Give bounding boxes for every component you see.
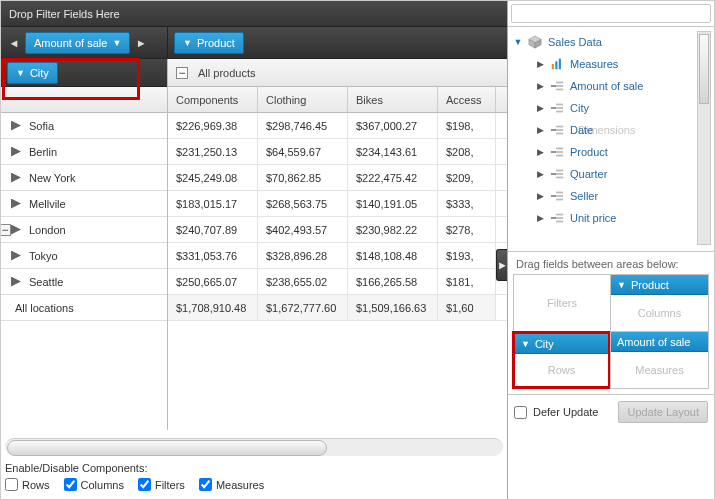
tree-item[interactable]: ▶City	[510, 97, 698, 119]
measures-area[interactable]: Amount of sale Measures	[610, 331, 709, 389]
chevron-down-icon: ▼	[617, 280, 626, 290]
table-cell: $208,	[438, 139, 496, 164]
defer-update-checkbox[interactable]	[514, 406, 527, 419]
row-axis-slot: ▼ City	[1, 59, 167, 87]
tree-item[interactable]: ▶Amount of sale	[510, 75, 698, 97]
product-chip[interactable]: ▼ Product	[174, 32, 244, 54]
column-header[interactable]: Bikes	[348, 87, 438, 112]
column-header[interactable]: Access	[438, 87, 496, 112]
column-header[interactable]: Clothing	[258, 87, 348, 112]
pivot-grid: ▼ City SofiaBerlinNew YorkMellvile−Londo…	[1, 59, 507, 430]
collapse-icon[interactable]: −	[176, 67, 188, 79]
filter-drop-hint[interactable]: Drop Filter Fields Here	[1, 1, 507, 27]
vertical-scrollbar[interactable]	[697, 31, 711, 245]
table-row: $1,708,910.48$1,672,777.60$1,509,166.63$…	[168, 295, 507, 321]
table-cell: $298,746.45	[258, 113, 348, 138]
dimension-icon	[550, 167, 564, 181]
columns-caption: Columns	[611, 295, 708, 331]
row-label[interactable]: Sofia	[1, 113, 167, 139]
all-products-header[interactable]: − All products	[168, 59, 507, 87]
scrollbar-thumb[interactable]	[7, 440, 327, 456]
svg-rect-8	[556, 85, 563, 87]
table-row: $240,707.89$402,493.57$230,982.22$278,	[168, 217, 507, 243]
expand-icon	[11, 147, 21, 157]
chevron-down-icon: ▼	[521, 339, 530, 349]
collapse-icon[interactable]: −	[1, 224, 11, 236]
next-arrow-icon[interactable]: ►	[134, 34, 148, 52]
svg-rect-5	[559, 59, 561, 70]
table-cell: $231,250.13	[168, 139, 258, 164]
row-label[interactable]: Mellvile	[1, 191, 167, 217]
area-product-chip[interactable]: ▼Product	[611, 275, 708, 295]
dimension-icon	[550, 101, 564, 115]
svg-rect-17	[556, 133, 563, 135]
svg-rect-11	[556, 104, 563, 106]
svg-rect-29	[556, 199, 563, 201]
row-total-label[interactable]: All locations	[1, 295, 167, 321]
svg-rect-7	[556, 82, 563, 84]
row-label[interactable]: Berlin	[1, 139, 167, 165]
tree-root-label: Sales Data	[548, 36, 602, 48]
svg-rect-16	[556, 129, 563, 131]
tree-item[interactable]: ▶Measures	[510, 53, 698, 75]
svg-rect-28	[556, 195, 563, 197]
svg-rect-12	[556, 107, 563, 109]
area-amount-chip[interactable]: Amount of sale	[611, 332, 708, 352]
search-input[interactable]	[511, 4, 711, 23]
svg-rect-23	[556, 170, 563, 172]
svg-rect-9	[556, 89, 563, 91]
column-header[interactable]: Components	[168, 87, 258, 112]
tree-item[interactable]: ▶Seller	[510, 185, 698, 207]
columns-checkbox[interactable]: Columns	[64, 478, 124, 491]
tree-item[interactable]: ▶Product	[510, 141, 698, 163]
city-chip-label: City	[30, 67, 49, 79]
panel-toggle-icon[interactable]: ►	[496, 249, 507, 281]
row-label[interactable]: Tokyo	[1, 243, 167, 269]
dimension-icon	[550, 123, 564, 137]
prev-arrow-icon[interactable]: ◄	[7, 34, 21, 52]
filters-area[interactable]: Filters	[513, 274, 611, 332]
area-city-chip[interactable]: ▼City	[515, 334, 608, 354]
expand-icon	[11, 199, 21, 209]
row-label[interactable]: −London	[1, 217, 167, 243]
city-chip[interactable]: ▼ City	[7, 62, 58, 84]
tree-item[interactable]: ▶Unit price	[510, 207, 698, 229]
table-cell: $1,509,166.63	[348, 295, 438, 320]
rows-checkbox[interactable]: Rows	[5, 478, 50, 491]
columns-area[interactable]: ▼Product Columns	[610, 274, 709, 332]
chevron-right-icon: ▶	[536, 125, 544, 135]
rows-caption: Rows	[515, 354, 608, 386]
svg-rect-27	[556, 192, 563, 194]
svg-rect-21	[556, 155, 563, 157]
rows-area[interactable]: ▼City Rows	[512, 331, 611, 389]
table-cell: $230,982.22	[348, 217, 438, 242]
table-cell: $183,015.17	[168, 191, 258, 216]
horizontal-scrollbar[interactable]	[5, 438, 503, 456]
row-label[interactable]: New York	[1, 165, 167, 191]
table-cell: $234,143.61	[348, 139, 438, 164]
svg-rect-13	[556, 111, 563, 113]
table-row: $226,969.38$298,746.45$367,000.27$198,	[168, 113, 507, 139]
table-cell: $209,	[438, 165, 496, 190]
tree-item[interactable]: ▶DimensionsDate	[510, 119, 698, 141]
filters-checkbox[interactable]: Filters	[138, 478, 185, 491]
row-label[interactable]: Seattle	[1, 269, 167, 295]
svg-rect-3	[552, 64, 554, 69]
dimension-icon	[550, 79, 564, 93]
svg-rect-20	[556, 151, 563, 153]
measures-icon	[550, 57, 564, 71]
scrollbar-thumb[interactable]	[699, 34, 709, 104]
expand-icon	[11, 121, 21, 131]
table-cell: $278,	[438, 217, 496, 242]
measures-checkbox[interactable]: Measures	[199, 478, 264, 491]
tree-item[interactable]: ▶Quarter	[510, 163, 698, 185]
dimension-icon	[550, 145, 564, 159]
svg-rect-10	[551, 107, 556, 109]
update-layout-button[interactable]: Update Layout	[618, 401, 708, 423]
tree-root-sales-data[interactable]: ▼ Sales Data	[510, 31, 698, 53]
field-search	[508, 1, 714, 27]
svg-rect-15	[556, 126, 563, 128]
amount-of-sale-chip[interactable]: Amount of sale ▼	[25, 32, 130, 54]
table-row: $245,249.08$70,862.85$222,475.42$209,	[168, 165, 507, 191]
filters-caption: Filters	[514, 275, 610, 331]
